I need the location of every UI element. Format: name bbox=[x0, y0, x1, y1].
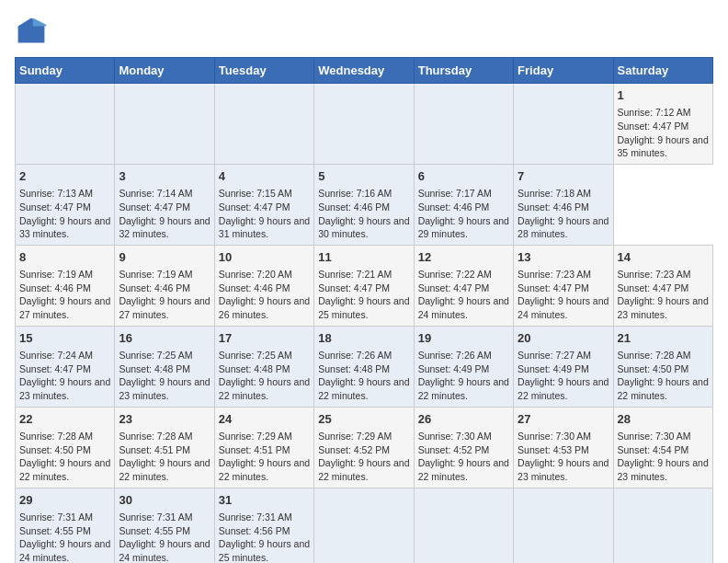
calendar-cell: 29Sunrise: 7:31 AMSunset: 4:55 PMDayligh… bbox=[16, 488, 115, 563]
logo-icon bbox=[15, 15, 48, 48]
sunset-text: Sunset: 4:54 PM bbox=[618, 444, 689, 455]
sunrise-text: Sunrise: 7:16 AM bbox=[318, 188, 392, 199]
sunrise-text: Sunrise: 7:30 AM bbox=[518, 431, 591, 442]
sunset-text: Sunset: 4:48 PM bbox=[318, 363, 390, 374]
calendar-cell bbox=[514, 84, 613, 165]
svg-marker-1 bbox=[33, 18, 46, 27]
day-number: 25 bbox=[318, 411, 409, 428]
sunrise-text: Sunrise: 7:20 AM bbox=[219, 269, 292, 280]
daylight-text: Daylight: 9 hours and 28 minutes. bbox=[518, 215, 609, 240]
day-number: 19 bbox=[418, 330, 509, 347]
day-number: 26 bbox=[418, 411, 509, 428]
sunrise-text: Sunrise: 7:15 AM bbox=[219, 188, 292, 199]
daylight-text: Daylight: 9 hours and 23 minutes. bbox=[618, 295, 709, 320]
sunrise-text: Sunrise: 7:24 AM bbox=[19, 350, 93, 361]
day-number: 1 bbox=[618, 87, 709, 104]
day-number: 11 bbox=[318, 249, 409, 266]
sunrise-text: Sunrise: 7:19 AM bbox=[119, 269, 192, 280]
sunset-text: Sunset: 4:52 PM bbox=[418, 444, 490, 455]
sunset-text: Sunset: 4:50 PM bbox=[618, 363, 689, 374]
calendar-cell: 9Sunrise: 7:19 AMSunset: 4:46 PMDaylight… bbox=[115, 245, 214, 326]
daylight-text: Daylight: 9 hours and 27 minutes. bbox=[119, 295, 210, 320]
sunset-text: Sunset: 4:50 PM bbox=[19, 444, 91, 455]
daylight-text: Daylight: 9 hours and 30 minutes. bbox=[318, 215, 409, 240]
sunrise-text: Sunrise: 7:30 AM bbox=[418, 431, 492, 442]
sunrise-text: Sunrise: 7:23 AM bbox=[618, 269, 691, 280]
sunrise-text: Sunrise: 7:26 AM bbox=[418, 350, 492, 361]
daylight-text: Daylight: 9 hours and 22 minutes. bbox=[418, 376, 509, 401]
sunset-text: Sunset: 4:46 PM bbox=[119, 282, 190, 293]
calendar-cell: 10Sunrise: 7:20 AMSunset: 4:46 PMDayligh… bbox=[214, 245, 313, 326]
calendar-cell: 19Sunrise: 7:26 AMSunset: 4:49 PMDayligh… bbox=[414, 326, 513, 407]
day-number: 13 bbox=[518, 249, 609, 266]
sunset-text: Sunset: 4:47 PM bbox=[418, 282, 490, 293]
sunset-text: Sunset: 4:49 PM bbox=[418, 363, 490, 374]
sunrise-text: Sunrise: 7:31 AM bbox=[219, 511, 292, 523]
calendar-header-row: SundayMondayTuesdayWednesdayThursdayFrid… bbox=[16, 58, 713, 84]
calendar-cell: 4Sunrise: 7:15 AMSunset: 4:47 PMDaylight… bbox=[214, 164, 313, 245]
calendar-day-header: Sunday bbox=[16, 58, 115, 84]
sunset-text: Sunset: 4:46 PM bbox=[219, 282, 290, 293]
day-number: 15 bbox=[19, 330, 110, 347]
sunset-text: Sunset: 4:48 PM bbox=[119, 363, 190, 374]
daylight-text: Daylight: 9 hours and 22 minutes. bbox=[418, 457, 509, 482]
sunrise-text: Sunrise: 7:18 AM bbox=[518, 188, 591, 199]
svg-marker-0 bbox=[18, 18, 45, 43]
daylight-text: Daylight: 9 hours and 25 minutes. bbox=[318, 295, 409, 320]
daylight-text: Daylight: 9 hours and 24 minutes. bbox=[518, 295, 609, 320]
day-number: 22 bbox=[19, 411, 110, 428]
daylight-text: Daylight: 9 hours and 26 minutes. bbox=[219, 295, 310, 320]
calendar-cell: 1Sunrise: 7:12 AMSunset: 4:47 PMDaylight… bbox=[613, 84, 712, 165]
day-number: 29 bbox=[19, 492, 110, 509]
calendar-cell: 2Sunrise: 7:13 AMSunset: 4:47 PMDaylight… bbox=[16, 164, 115, 245]
calendar-cell: 12Sunrise: 7:22 AMSunset: 4:47 PMDayligh… bbox=[414, 245, 513, 326]
calendar-cell: 25Sunrise: 7:29 AMSunset: 4:52 PMDayligh… bbox=[314, 407, 414, 488]
daylight-text: Daylight: 9 hours and 22 minutes. bbox=[618, 376, 709, 401]
day-number: 3 bbox=[119, 168, 210, 185]
calendar-day-header: Thursday bbox=[414, 58, 513, 84]
calendar-cell bbox=[214, 84, 313, 165]
sunrise-text: Sunrise: 7:25 AM bbox=[219, 350, 292, 361]
calendar-day-header: Monday bbox=[115, 58, 214, 84]
day-number: 2 bbox=[19, 168, 110, 185]
calendar-cell bbox=[613, 488, 712, 563]
sunrise-text: Sunrise: 7:31 AM bbox=[19, 511, 93, 523]
day-number: 30 bbox=[119, 492, 210, 509]
calendar-week-row: 15Sunrise: 7:24 AMSunset: 4:47 PMDayligh… bbox=[16, 326, 713, 407]
calendar-cell: 21Sunrise: 7:28 AMSunset: 4:50 PMDayligh… bbox=[613, 326, 712, 407]
calendar-cell: 30Sunrise: 7:31 AMSunset: 4:55 PMDayligh… bbox=[115, 488, 214, 563]
sunset-text: Sunset: 4:47 PM bbox=[119, 201, 190, 213]
calendar-cell: 13Sunrise: 7:23 AMSunset: 4:47 PMDayligh… bbox=[514, 245, 613, 326]
sunset-text: Sunset: 4:51 PM bbox=[119, 444, 190, 455]
calendar-cell: 3Sunrise: 7:14 AMSunset: 4:47 PMDaylight… bbox=[115, 164, 214, 245]
sunrise-text: Sunrise: 7:28 AM bbox=[618, 350, 691, 361]
day-number: 14 bbox=[618, 249, 709, 266]
calendar-day-header: Saturday bbox=[613, 58, 712, 84]
daylight-text: Daylight: 9 hours and 22 minutes. bbox=[518, 376, 609, 401]
sunset-text: Sunset: 4:48 PM bbox=[219, 363, 290, 374]
day-number: 17 bbox=[219, 330, 310, 347]
sunrise-text: Sunrise: 7:17 AM bbox=[418, 188, 492, 199]
sunrise-text: Sunrise: 7:27 AM bbox=[518, 350, 591, 361]
calendar-cell: 24Sunrise: 7:29 AMSunset: 4:51 PMDayligh… bbox=[214, 407, 313, 488]
daylight-text: Daylight: 9 hours and 33 minutes. bbox=[19, 215, 110, 240]
calendar-cell: 6Sunrise: 7:17 AMSunset: 4:46 PMDaylight… bbox=[414, 164, 513, 245]
daylight-text: Daylight: 9 hours and 31 minutes. bbox=[219, 215, 310, 240]
day-number: 24 bbox=[219, 411, 310, 428]
sunrise-text: Sunrise: 7:14 AM bbox=[119, 188, 192, 199]
sunset-text: Sunset: 4:47 PM bbox=[618, 282, 689, 293]
sunrise-text: Sunrise: 7:31 AM bbox=[119, 511, 192, 523]
daylight-text: Daylight: 9 hours and 22 minutes. bbox=[318, 457, 409, 482]
calendar-cell: 17Sunrise: 7:25 AMSunset: 4:48 PMDayligh… bbox=[214, 326, 313, 407]
daylight-text: Daylight: 9 hours and 23 minutes. bbox=[518, 457, 609, 482]
calendar-cell: 8Sunrise: 7:19 AMSunset: 4:46 PMDaylight… bbox=[16, 245, 115, 326]
calendar-cell: 14Sunrise: 7:23 AMSunset: 4:47 PMDayligh… bbox=[613, 245, 712, 326]
day-number: 20 bbox=[518, 330, 609, 347]
sunrise-text: Sunrise: 7:23 AM bbox=[518, 269, 591, 280]
daylight-text: Daylight: 9 hours and 35 minutes. bbox=[618, 134, 709, 159]
calendar-cell: 5Sunrise: 7:16 AMSunset: 4:46 PMDaylight… bbox=[314, 164, 414, 245]
calendar-cell: 23Sunrise: 7:28 AMSunset: 4:51 PMDayligh… bbox=[115, 407, 214, 488]
calendar-cell: 27Sunrise: 7:30 AMSunset: 4:53 PMDayligh… bbox=[514, 407, 613, 488]
sunset-text: Sunset: 4:46 PM bbox=[318, 201, 390, 213]
calendar-week-row: 8Sunrise: 7:19 AMSunset: 4:46 PMDaylight… bbox=[16, 245, 713, 326]
